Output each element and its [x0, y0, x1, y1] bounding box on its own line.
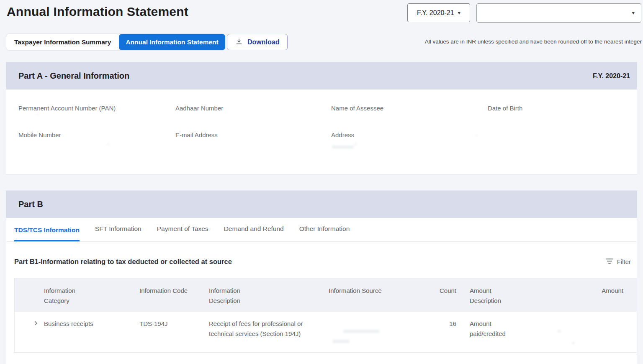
col-information-category: Information Category	[44, 286, 139, 312]
tab-demand-and-refund[interactable]: Demand and Refund	[224, 225, 284, 241]
filter-icon	[606, 258, 613, 265]
col-information-description: Information Description	[209, 286, 329, 312]
aadhaar-label: Aadhaar Number	[175, 105, 331, 112]
col-amount: Amount	[564, 286, 637, 312]
redacted-value	[332, 146, 354, 149]
tds-table: Information Category Information Code In…	[14, 278, 637, 353]
part-b-tabbar: TDS/TCS Information SFT Information Paym…	[6, 218, 637, 242]
tab-annual-information-statement[interactable]: Annual Information Statement	[119, 34, 225, 50]
tab-sft-information[interactable]: SFT Information	[95, 225, 141, 241]
redacted-value	[333, 340, 350, 343]
part-a-body: Permanent Account Number (PAN) Aadhaar N…	[6, 90, 637, 138]
part-b-card: Part B TDS/TCS Information SFT Informati…	[6, 190, 637, 364]
cell-information-description: Receipt of fees for professional or tech…	[209, 319, 329, 352]
filter-button[interactable]: Filter	[606, 258, 631, 265]
cell-information-category: Business receipts	[44, 319, 139, 352]
cell-information-source	[329, 319, 417, 352]
part-b-header: Part B	[6, 191, 637, 218]
tab-other-information[interactable]: Other Information	[299, 225, 350, 241]
part-b1-bar: Part B1-Information relating to tax dedu…	[14, 258, 631, 266]
download-button[interactable]: Download	[227, 34, 288, 50]
row-expander-cell: ›	[15, 319, 44, 352]
col-information-code: Information Code	[139, 286, 209, 312]
redacted-value	[107, 144, 109, 145]
secondary-select[interactable]: ▾	[476, 3, 641, 23]
part-a-card: Part A - General Information F.Y. 2020-2…	[6, 62, 637, 174]
mobile-label: Mobile Number	[18, 131, 175, 138]
tab-tds-tcs-information[interactable]: TDS/TCS Information	[14, 226, 80, 241]
cell-amount	[564, 319, 637, 352]
col-amount-description: Amount Description	[456, 286, 564, 312]
ais-page: Annual Information Statement F.Y. 2020-2…	[0, 0, 643, 364]
expander-header-cell	[15, 286, 44, 312]
cell-information-code: TDS-194J	[139, 319, 209, 352]
caret-down-icon: ▾	[632, 10, 635, 15]
redacted-value	[476, 135, 478, 136]
address-label: Address	[331, 131, 488, 138]
financial-year-value: F.Y. 2020-21	[417, 9, 454, 17]
financial-year-select[interactable]: F.Y. 2020-21 ▾	[407, 3, 470, 22]
table-row: › Business receipts TDS-194J Receipt of …	[15, 312, 637, 352]
part-b-title: Part B	[18, 200, 43, 209]
tab-payment-of-taxes[interactable]: Payment of Taxes	[157, 225, 208, 241]
date-of-birth-label: Date of Birth	[488, 105, 637, 112]
download-icon	[235, 38, 243, 47]
redacted-value	[354, 143, 357, 145]
part-a-row-1: Permanent Account Number (PAN) Aadhaar N…	[18, 105, 637, 112]
view-switcher: Taxpayer Information Summary Annual Info…	[6, 33, 226, 51]
redacted-value	[54, 133, 56, 134]
redacted-value	[37, 113, 39, 115]
part-a-row-2: Mobile Number E-mail Address Address	[18, 131, 637, 138]
part-a-title: Part A - General Information	[18, 71, 129, 81]
part-a-header: Part A - General Information F.Y. 2020-2…	[6, 62, 637, 90]
pan-label: Permanent Account Number (PAN)	[18, 105, 175, 112]
email-label: E-mail Address	[175, 131, 331, 138]
redacted-value	[558, 330, 561, 332]
filter-label: Filter	[617, 258, 631, 265]
col-count: Count	[417, 286, 456, 312]
tab-taxpayer-information-summary[interactable]: Taxpayer Information Summary	[6, 34, 119, 50]
caret-down-icon: ▾	[458, 10, 461, 15]
part-a-fy-label: F.Y. 2020-21	[593, 72, 630, 80]
cell-amount-description: Amount paid/credited	[456, 319, 564, 352]
inr-note: All values are in INR unless specified a…	[425, 38, 642, 45]
redacted-value	[343, 330, 379, 333]
assessee-name-label: Name of Assessee	[331, 105, 488, 112]
download-label: Download	[247, 38, 279, 46]
col-information-source: Information Source	[329, 286, 417, 312]
chevron-right-icon[interactable]: ›	[34, 319, 37, 327]
page-title: Annual Information Statement	[7, 5, 188, 19]
cell-count: 16	[417, 319, 456, 352]
redacted-value	[572, 342, 575, 344]
part-b1-title: Part B1-Information relating to tax dedu…	[14, 258, 232, 266]
table-header-row: Information Category Information Code In…	[15, 278, 637, 312]
